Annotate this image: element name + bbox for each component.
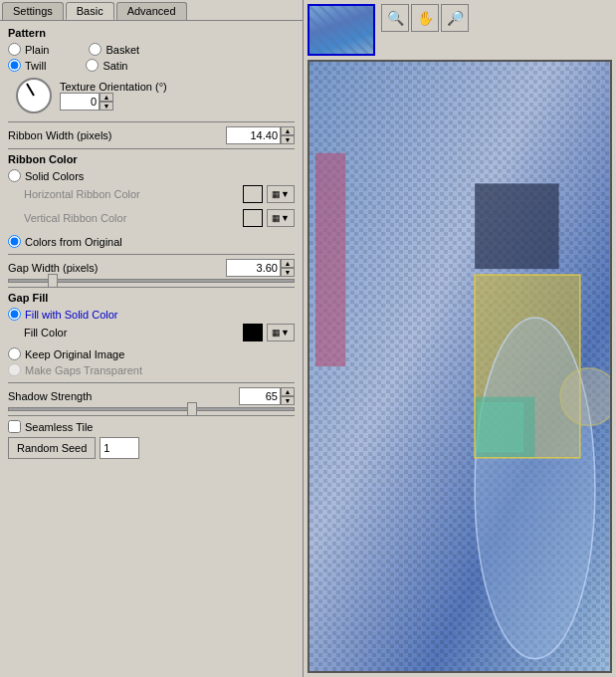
horizontal-ribbon-label: Horizontal Ribbon Color — [24, 188, 239, 200]
toolbar-icons: 🔍 ✋ 🔎 — [381, 4, 469, 32]
color-grid-icon-2: ▦▼ — [272, 213, 290, 223]
gap-fill-keep-original[interactable]: Keep Original Image — [8, 347, 295, 360]
radio-transparent[interactable] — [8, 363, 21, 376]
zoom-in-icon: 🔎 — [447, 10, 464, 26]
vertical-ribbon-label: Vertical Ribbon Color — [24, 212, 239, 224]
gap-width-spin-up[interactable]: ▲ — [281, 259, 295, 268]
pattern-section-label: Pattern — [8, 27, 295, 39]
shadow-strength-slider-row — [8, 407, 295, 411]
shadow-strength-spin-up[interactable]: ▲ — [281, 387, 295, 396]
texture-value-input[interactable] — [60, 93, 100, 111]
thumbnail-inner — [309, 6, 373, 54]
svg-point-8 — [475, 318, 595, 659]
divider-2 — [8, 148, 295, 149]
ribbon-width-input[interactable] — [226, 126, 281, 144]
texture-dial[interactable] — [16, 78, 52, 113]
ribbon-color-section-label: Ribbon Color — [8, 153, 295, 165]
fill-color-row: Fill Color ▦▼ — [24, 324, 295, 341]
svg-rect-6 — [475, 183, 559, 269]
panel-content: Pattern Plain Basket Twill — [0, 20, 303, 677]
thumbnail — [308, 4, 375, 56]
radio-basket[interactable] — [89, 43, 102, 56]
ribbon-width-spin-down[interactable]: ▼ — [281, 135, 295, 144]
divider-5 — [8, 382, 295, 383]
preview-area — [308, 60, 612, 673]
tab-advanced[interactable]: Advanced — [116, 2, 187, 20]
gap-width-slider[interactable] — [8, 279, 295, 283]
texture-orientation-row: Texture Orientation (°) ▲ ▼ — [16, 78, 295, 113]
hand-icon: ✋ — [417, 10, 434, 26]
seamless-tile-checkbox[interactable] — [8, 420, 21, 433]
random-seed-row: Random Seed — [8, 437, 295, 459]
divider-1 — [8, 121, 295, 122]
tab-bar: Settings Basic Advanced — [0, 0, 303, 20]
pattern-row-2: Twill Satin — [8, 59, 295, 72]
radio-keep-original[interactable] — [8, 347, 21, 360]
horizontal-ribbon-color-btn[interactable]: ▦▼ — [267, 185, 295, 203]
right-panel: 🔍 ✋ 🔎 — [304, 0, 616, 677]
ribbon-width-spinbox-buttons: ▲ ▼ — [281, 126, 295, 144]
gap-fill-group: Fill with Solid Color Fill Color ▦▼ Keep… — [8, 308, 295, 376]
random-seed-button[interactable]: Random Seed — [8, 437, 96, 459]
radio-colors-from-original[interactable] — [8, 235, 21, 248]
texture-spinbox-buttons: ▲ ▼ — [100, 93, 113, 111]
vertical-ribbon-color-btn[interactable]: ▦▼ — [267, 209, 295, 227]
texture-orientation-label: Texture Orientation (°) — [60, 81, 167, 93]
texture-spinbox: ▲ ▼ — [60, 93, 167, 111]
texture-label-spinbox: Texture Orientation (°) ▲ ▼ — [60, 81, 167, 111]
ribbon-width-row: Ribbon Width (pixels) ▲ ▼ — [8, 126, 295, 144]
gap-fill-solid-option[interactable]: Fill with Solid Color — [8, 308, 295, 321]
color-grid-icon: ▦▼ — [272, 189, 290, 199]
gap-width-slider-row — [8, 279, 295, 283]
zoom-out-icon: 🔍 — [387, 10, 404, 26]
radio-fill-solid[interactable] — [8, 308, 21, 321]
preview-svg — [309, 62, 610, 671]
right-top-bar: 🔍 ✋ 🔎 — [308, 4, 612, 56]
fill-color-grid-btn[interactable]: ▦▼ — [267, 324, 295, 341]
shadow-strength-slider[interactable] — [8, 407, 295, 411]
svg-point-12 — [560, 368, 610, 426]
zoom-out-button[interactable]: 🔍 — [381, 4, 409, 32]
pattern-radio-group: Plain Basket Twill Satin — [8, 43, 295, 72]
shadow-strength-label: Shadow Strength — [8, 390, 92, 402]
ribbon-width-label: Ribbon Width (pixels) — [8, 129, 112, 141]
ribbon-width-spin-up[interactable]: ▲ — [281, 126, 295, 135]
ribbon-color-group: Solid Colors Horizontal Ribbon Color ▦▼ … — [8, 169, 295, 248]
zoom-in-button[interactable]: 🔎 — [441, 4, 469, 32]
horizontal-ribbon-row: Horizontal Ribbon Color ▦▼ — [24, 185, 295, 203]
ribbon-solid-colors-option[interactable]: Solid Colors — [8, 169, 295, 182]
ribbon-colors-from-original-option[interactable]: Colors from Original — [8, 235, 295, 248]
vertical-ribbon-row: Vertical Ribbon Color ▦▼ — [24, 209, 295, 227]
dial-needle — [26, 83, 35, 96]
horizontal-ribbon-swatch[interactable] — [243, 185, 263, 203]
seamless-tile-row: Seamless Tile — [8, 420, 295, 433]
pattern-twill[interactable]: Twill — [8, 59, 46, 72]
texture-spin-up[interactable]: ▲ — [100, 93, 113, 102]
gap-fill-section-label: Gap Fill — [8, 292, 295, 304]
pattern-basket[interactable]: Basket — [89, 43, 139, 56]
svg-rect-11 — [478, 403, 522, 452]
hand-tool-button[interactable]: ✋ — [411, 4, 439, 32]
ribbon-width-spinbox: ▲ ▼ — [226, 126, 295, 144]
gap-fill-transparent[interactable]: Make Gaps Transparent — [8, 363, 295, 376]
tab-settings[interactable]: Settings — [2, 2, 64, 20]
radio-satin[interactable] — [86, 59, 99, 72]
seamless-tile-label: Seamless Tile — [25, 421, 93, 433]
fill-color-grid-icon: ▦▼ — [272, 328, 290, 338]
fill-color-label: Fill Color — [24, 327, 239, 338]
random-seed-input[interactable] — [100, 437, 139, 459]
texture-spin-down[interactable]: ▼ — [100, 102, 113, 111]
pattern-plain[interactable]: Plain — [8, 43, 49, 56]
fill-color-swatch[interactable] — [243, 324, 263, 341]
pattern-satin[interactable]: Satin — [86, 59, 127, 72]
preview-canvas — [309, 62, 610, 671]
radio-plain[interactable] — [8, 43, 21, 56]
svg-rect-7 — [315, 153, 345, 366]
left-panel: Settings Basic Advanced Pattern Plain Ba… — [0, 0, 304, 677]
pattern-row-1: Plain Basket — [8, 43, 295, 56]
tab-basic[interactable]: Basic — [66, 2, 114, 20]
radio-twill[interactable] — [8, 59, 21, 72]
radio-solid-colors[interactable] — [8, 169, 21, 182]
divider-3 — [8, 254, 295, 255]
vertical-ribbon-swatch[interactable] — [243, 209, 263, 227]
